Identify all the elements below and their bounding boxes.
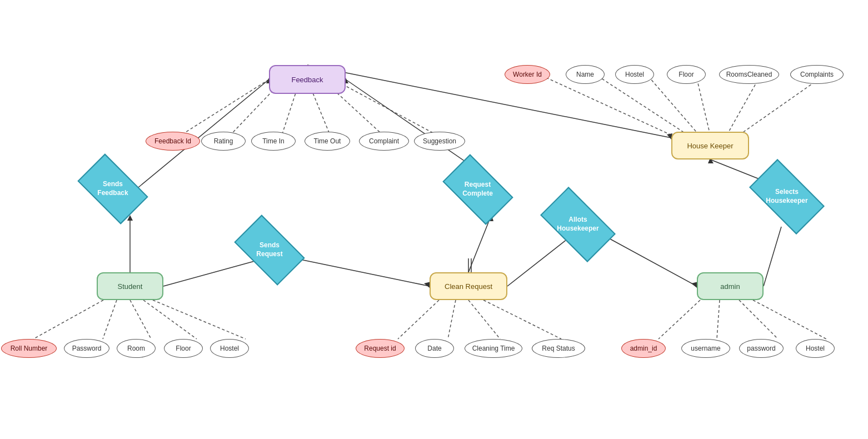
svg-line-38 bbox=[659, 300, 700, 339]
hk-name-attr: Name bbox=[566, 65, 605, 84]
student-label: Student bbox=[118, 282, 143, 291]
admin-id-attr: admin_id bbox=[621, 339, 666, 358]
time-out-attr: Time Out bbox=[305, 132, 350, 151]
svg-line-11 bbox=[103, 300, 117, 339]
rating-attr: Rating bbox=[201, 132, 246, 151]
hk-name-label: Name bbox=[576, 71, 594, 78]
svg-line-27 bbox=[603, 235, 697, 286]
feedback-label: Feedback bbox=[291, 76, 323, 84]
rooms-cleaned-label: RoomsCleaned bbox=[726, 71, 772, 78]
admin-entity: admin bbox=[697, 272, 764, 300]
er-diagram: Feedback Student Clean Request admin Hou… bbox=[0, 0, 868, 439]
worker-id-label: Worker Id bbox=[513, 71, 542, 78]
complaint-attr: Complaint bbox=[359, 132, 409, 151]
selects-housekeeper-diamond-shape bbox=[749, 159, 825, 235]
date-label: Date bbox=[427, 345, 441, 352]
rooms-cleaned-attr: RoomsCleaned bbox=[719, 65, 779, 84]
rating-label: Rating bbox=[214, 137, 233, 145]
selects-housekeeper-diamond: Selects Housekeeper bbox=[754, 177, 820, 217]
roll-number-attr: Roll Number bbox=[1, 339, 57, 358]
admin-hostel-attr: Hostel bbox=[796, 339, 835, 358]
hk-hostel-attr: Hostel bbox=[615, 65, 654, 84]
hostel-attr: Hostel bbox=[210, 339, 249, 358]
housekeeper-label: House Keeper bbox=[687, 142, 733, 150]
hk-floor-label: Floor bbox=[679, 71, 694, 78]
time-in-attr: Time In bbox=[251, 132, 296, 151]
complaints-label: Complaints bbox=[800, 71, 834, 78]
hostel-label: Hostel bbox=[220, 345, 239, 352]
svg-line-14 bbox=[153, 300, 246, 339]
allots-housekeeper-diamond: Allots Housekeeper bbox=[545, 204, 611, 245]
feedback-id-label: Feedback Id bbox=[154, 137, 191, 145]
allots-housekeeper-diamond-shape bbox=[540, 187, 616, 262]
svg-line-29 bbox=[764, 227, 781, 286]
sends-feedback-diamond: Sends Feedback bbox=[82, 169, 143, 208]
svg-line-40 bbox=[739, 300, 778, 339]
username-label: username bbox=[691, 345, 720, 352]
admin-hostel-label: Hostel bbox=[806, 345, 825, 352]
password-attr: Password bbox=[64, 339, 109, 358]
svg-line-16 bbox=[295, 258, 430, 286]
cleaning-time-attr: Cleaning Time bbox=[465, 339, 522, 358]
floor-label: Floor bbox=[176, 345, 191, 352]
svg-line-32 bbox=[538, 74, 671, 135]
request-id-label: Request id bbox=[364, 345, 396, 352]
feedback-entity: Feedback bbox=[269, 65, 346, 94]
worker-id-attr: Worker Id bbox=[505, 65, 550, 84]
time-out-label: Time Out bbox=[314, 137, 341, 145]
svg-line-25 bbox=[483, 300, 561, 339]
svg-line-10 bbox=[33, 300, 103, 339]
cleaning-time-label: Cleaning Time bbox=[472, 345, 515, 352]
svg-line-23 bbox=[448, 300, 456, 339]
svg-line-39 bbox=[717, 300, 720, 339]
admin-label: admin bbox=[720, 282, 740, 291]
feedback-id-attr: Feedback Id bbox=[146, 132, 200, 151]
housekeeper-entity: House Keeper bbox=[671, 132, 749, 159]
svg-line-18 bbox=[468, 217, 491, 272]
roll-number-label: Roll Number bbox=[11, 345, 48, 352]
request-complete-diamond-shape bbox=[442, 154, 513, 225]
admin-password-attr: password bbox=[739, 339, 784, 358]
svg-line-5 bbox=[333, 79, 447, 141]
date-attr: Date bbox=[415, 339, 454, 358]
req-status-label: Req Status bbox=[542, 345, 575, 352]
svg-line-24 bbox=[468, 300, 500, 339]
svg-line-12 bbox=[130, 300, 151, 339]
svg-line-22 bbox=[398, 300, 439, 339]
clean-request-entity: Clean Request bbox=[430, 272, 507, 300]
hk-floor-attr: Floor bbox=[667, 65, 706, 84]
student-entity: Student bbox=[97, 272, 163, 300]
svg-line-13 bbox=[143, 300, 197, 339]
request-id-attr: Request id bbox=[356, 339, 405, 358]
svg-line-35 bbox=[696, 74, 710, 135]
clean-request-label: Clean Request bbox=[445, 282, 492, 291]
complaint-label: Complaint bbox=[369, 137, 399, 145]
admin-password-label: password bbox=[747, 345, 775, 352]
suggestion-attr: Suggestion bbox=[414, 132, 465, 151]
floor-attr: Floor bbox=[164, 339, 203, 358]
sends-request-diamond-shape bbox=[234, 214, 305, 285]
room-label: Room bbox=[127, 345, 145, 352]
time-in-label: Time In bbox=[262, 137, 285, 145]
complaints-attr: Complaints bbox=[790, 65, 844, 84]
request-complete-diamond: Request Complete bbox=[446, 169, 510, 209]
room-attr: Room bbox=[117, 339, 156, 358]
suggestion-label: Suggestion bbox=[423, 137, 456, 145]
admin-id-label: admin_id bbox=[630, 345, 657, 352]
req-status-attr: Req Status bbox=[532, 339, 585, 358]
svg-line-41 bbox=[753, 300, 826, 339]
sends-feedback-diamond-shape bbox=[77, 153, 148, 224]
password-label: Password bbox=[72, 345, 102, 352]
username-attr: username bbox=[681, 339, 730, 358]
sends-request-diamond: Sends Request bbox=[239, 231, 300, 270]
hk-hostel-label: Hostel bbox=[625, 71, 644, 78]
